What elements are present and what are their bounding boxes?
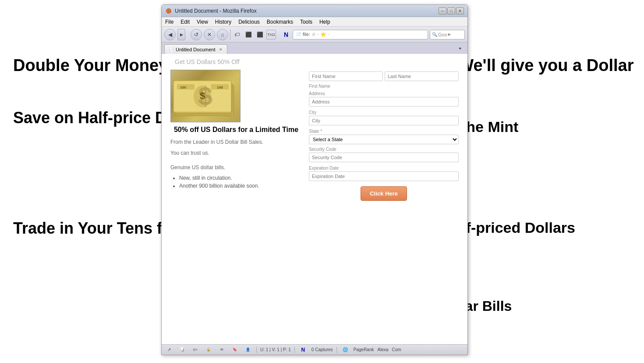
form-section: First Name Address City State * xyxy=(309,70,459,207)
main-heading: 50% off US Dollars for a Limited Time xyxy=(170,126,302,134)
toolbar-icon-1[interactable]: 🏷 xyxy=(232,30,242,39)
svg-point-2 xyxy=(168,10,170,11)
address-label: Address xyxy=(309,91,459,96)
svg-text:100: 100 xyxy=(217,85,223,89)
state-select[interactable]: Select a State xyxy=(309,135,459,144)
list-item-2: Another 900 billion available soon. xyxy=(179,183,302,189)
search-arrow: ▶ xyxy=(448,32,451,36)
expiration-group: Expiration Date xyxy=(309,166,459,182)
body-text-2: You can trust us. xyxy=(170,149,302,157)
page-content: Get US Dollars 50% Off $ xyxy=(162,54,467,344)
address-bar[interactable]: 📄 file: ☆ · ⭐ · xyxy=(293,30,428,39)
stop-button[interactable]: ✕ xyxy=(204,29,215,40)
firefox-window: Untitled Document - Mozilla Firefox ─ □ … xyxy=(161,4,468,355)
nav-bar: ◀ ▶ ↺ ✕ ⌂ 🏷 ⬛ ⬛ TAG N 📄 file: ☆ · ⭐ · 🔍 … xyxy=(162,27,467,43)
firefox-icon xyxy=(165,7,172,14)
search-label: Goo xyxy=(438,32,447,37)
title-bar-left: Untitled Document - Mozilla Firefox xyxy=(165,7,257,14)
city-input[interactable] xyxy=(309,116,459,125)
money-svg: $ 100 100 xyxy=(173,72,238,120)
security-code-label: Security Code xyxy=(309,147,459,152)
menu-delicious[interactable]: Delicious xyxy=(238,19,260,25)
address-group: Address xyxy=(309,91,459,107)
search-icon-small: 🔍 xyxy=(432,32,437,37)
menu-view[interactable]: View xyxy=(197,19,208,25)
n-icon[interactable]: N xyxy=(281,30,291,39)
status-captures: 0 Captures xyxy=(311,347,333,352)
menu-file[interactable]: File xyxy=(165,19,173,25)
body-subtitle: Genuine US dollar bills. xyxy=(170,164,302,172)
reload-button[interactable]: ↺ xyxy=(191,29,202,40)
home-button[interactable]: ⌂ xyxy=(217,29,228,40)
address-text: file: ☆ · xyxy=(303,32,318,37)
toolbar-icon-2[interactable]: ⬛ xyxy=(244,30,253,39)
close-button[interactable]: ✕ xyxy=(456,7,464,14)
status-icon-1: ↗ xyxy=(164,345,174,355)
expiration-input[interactable] xyxy=(309,171,459,181)
menu-edit[interactable]: Edit xyxy=(180,19,190,25)
menu-bar: File Edit View History Delicious Bookmar… xyxy=(162,17,467,27)
menu-bookmarks[interactable]: Bookmarks xyxy=(267,19,293,25)
click-here-button[interactable]: Click Here xyxy=(361,186,407,201)
maximize-button[interactable]: □ xyxy=(447,7,455,14)
security-code-group: Security Code xyxy=(309,147,459,163)
tab-close-icon[interactable]: ✕ xyxy=(219,47,223,52)
city-group: City xyxy=(309,110,459,126)
toolbar-icon-tag[interactable]: TAG xyxy=(266,30,276,39)
status-icon-3: G+ xyxy=(191,345,200,355)
status-alexa: Alexa xyxy=(377,347,388,352)
address-bar-wrap: N 📄 file: ☆ · ⭐ · 🔍 Goo ▶ xyxy=(281,30,465,39)
status-icon-4: 🔒 xyxy=(204,345,213,355)
status-divider-2 xyxy=(294,347,295,353)
svg-text:100: 100 xyxy=(180,85,186,89)
last-name-input[interactable] xyxy=(385,71,459,81)
status-n-icon: N xyxy=(298,345,308,355)
status-divider-1 xyxy=(256,347,257,353)
status-icon-7: 👤 xyxy=(243,345,253,355)
dollar-image: $ 100 100 xyxy=(170,70,241,122)
toolbar-icon-3[interactable]: ⬛ xyxy=(255,30,265,39)
tab-label: Untitled Document xyxy=(176,47,216,52)
left-column: $ 100 100 50% off US Dollars for a Limit… xyxy=(170,70,302,207)
menu-tools[interactable]: Tools xyxy=(300,19,312,25)
status-pagerank: PageRank xyxy=(354,347,374,352)
title-bar: Untitled Document - Mozilla Firefox ─ □ … xyxy=(162,5,467,17)
content-layout: $ 100 100 50% off US Dollars for a Limit… xyxy=(170,70,459,207)
forward-button[interactable]: ▶ xyxy=(177,29,185,40)
status-bar: ↗ 📊 G+ 🔒 ✉ 🔖 👤 U: 1 | V: 1 | P: 1 N 0 Ca… xyxy=(162,344,467,355)
tab-bar: 📄 Untitled Document ✕ ✦ xyxy=(162,43,467,54)
svg-text:$: $ xyxy=(200,90,205,101)
new-tab-button[interactable]: ✦ xyxy=(455,43,465,53)
bullet-list: New, still in circulation. Another 900 b… xyxy=(170,175,302,189)
security-code-input[interactable] xyxy=(309,153,459,162)
state-group: State * Select a State xyxy=(309,129,459,144)
back-button[interactable]: ◀ xyxy=(164,29,176,40)
menu-history[interactable]: History xyxy=(215,19,231,25)
page-subtitle: Get US Dollars 50% Off xyxy=(170,58,459,65)
menu-help[interactable]: Help xyxy=(319,19,330,25)
status-icon-2: 📊 xyxy=(177,345,187,355)
expiration-label: Expiration Date xyxy=(309,166,459,171)
status-web-icon: 🌐 xyxy=(340,345,350,355)
window-title: Untitled Document - Mozilla Firefox xyxy=(175,8,257,14)
window-controls: ─ □ ✕ xyxy=(439,7,464,14)
status-icon-6: 🔖 xyxy=(230,345,240,355)
tab-active[interactable]: 📄 Untitled Document ✕ xyxy=(164,44,227,54)
svg-point-8 xyxy=(194,85,211,107)
name-row xyxy=(309,71,459,82)
state-label: State * xyxy=(309,129,459,134)
status-com: Com xyxy=(392,347,401,352)
address-input[interactable] xyxy=(309,97,459,107)
right-column: First Name Address City State * xyxy=(309,70,459,207)
first-name-label: First Name xyxy=(309,84,459,89)
city-label: City xyxy=(309,110,459,115)
status-icon-5: ✉ xyxy=(217,345,226,355)
first-name-group: First Name xyxy=(309,84,459,89)
status-position: U: 1 | V: 1 | P: 1 xyxy=(260,347,291,352)
list-item-1: New, still in circulation. xyxy=(179,175,302,181)
body-text-1: From the Leader in US Dollar Bill Sales. xyxy=(170,138,302,146)
status-divider-3 xyxy=(336,347,337,353)
tab-favicon: 📄 xyxy=(169,47,174,52)
minimize-button[interactable]: ─ xyxy=(439,7,446,14)
first-name-input[interactable] xyxy=(309,71,383,81)
